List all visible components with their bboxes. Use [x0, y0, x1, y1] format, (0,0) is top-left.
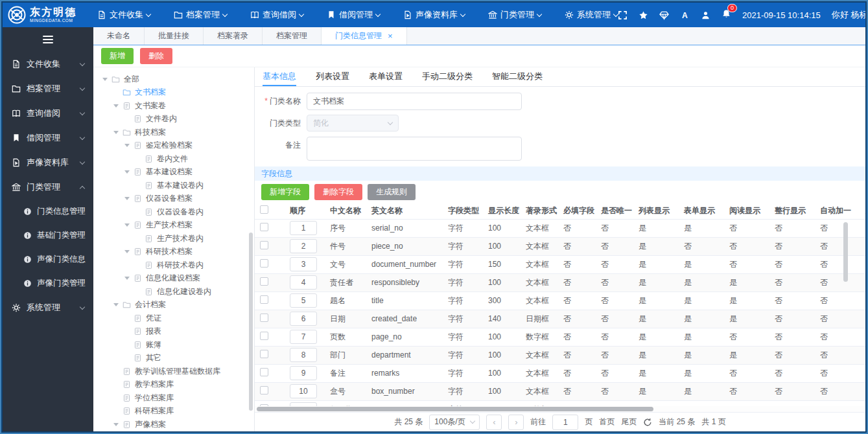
tree-node[interactable]: 会计档案 — [93, 299, 254, 312]
row-checkbox[interactable] — [260, 223, 268, 231]
font-size-icon[interactable]: A — [680, 10, 690, 20]
caret-down-icon[interactable] — [124, 223, 130, 227]
tree-node[interactable]: 学位档案库 — [93, 391, 254, 405]
caret-down-icon[interactable] — [102, 78, 108, 81]
add-button[interactable]: 新增 — [101, 48, 134, 64]
star-icon[interactable] — [639, 10, 648, 20]
tree-node[interactable]: 仪器设备档案 — [93, 192, 254, 206]
tree-node[interactable]: 生产技术卷内 — [93, 232, 254, 246]
row-checkbox[interactable] — [260, 368, 268, 376]
order-input[interactable] — [290, 293, 317, 308]
sidebar-item[interactable]: 声像资料库 — [3, 150, 93, 175]
tree-node[interactable]: 账簿 — [93, 338, 254, 352]
row-checkbox[interactable] — [260, 295, 268, 304]
category-name-input[interactable] — [307, 93, 522, 110]
tree-node[interactable]: 仪器设备卷内 — [93, 205, 254, 219]
caret-down-icon[interactable] — [113, 423, 119, 426]
order-input[interactable] — [290, 239, 317, 253]
workspace-tab[interactable]: 未命名 — [93, 27, 145, 45]
tree-node[interactable]: 信息化建设档案 — [93, 272, 254, 286]
tree-node[interactable]: 文件卷内 — [93, 113, 254, 126]
fullscreen-icon[interactable] — [618, 10, 628, 20]
tree-node[interactable]: 科研技术卷内 — [93, 258, 254, 272]
table-vertical-scrollbar[interactable] — [843, 222, 848, 282]
tree-scrollbar[interactable] — [249, 233, 253, 411]
sidebar-item[interactable]: 档案管理 — [3, 76, 93, 101]
topnav-item[interactable]: 系统管理 — [565, 9, 618, 21]
sidebar-item[interactable]: 借阅管理 — [3, 126, 93, 150]
delete-field-button[interactable]: 删除字段 — [314, 184, 362, 200]
workspace-tab[interactable]: 批量挂接 — [145, 27, 204, 45]
tree-node[interactable]: 声像卷内 — [93, 431, 254, 432]
tree-node[interactable]: 信息化建设卷内 — [93, 285, 254, 299]
tree-node[interactable]: 全部 — [93, 73, 254, 86]
select-all-checkbox[interactable] — [260, 205, 268, 214]
remark-textarea[interactable] — [307, 137, 522, 161]
caret-down-icon[interactable] — [124, 250, 130, 253]
row-checkbox[interactable] — [260, 314, 268, 322]
row-checkbox[interactable] — [260, 259, 268, 268]
category-type-select[interactable]: 简化 — [307, 115, 399, 131]
tree-node[interactable]: 文书案卷 — [93, 99, 254, 113]
order-input[interactable] — [290, 312, 317, 326]
tree-node[interactable]: 科研技术档案 — [93, 246, 254, 259]
sidebar-subitem[interactable]: 基础门类管理 — [3, 223, 93, 247]
detail-tab[interactable]: 智能二级分类 — [492, 67, 543, 86]
caret-down-icon[interactable] — [113, 303, 119, 306]
add-field-button[interactable]: 新增字段 — [261, 184, 309, 200]
topnav-item[interactable]: 声像资料库 — [403, 9, 465, 21]
delete-button[interactable]: 删除 — [140, 48, 172, 64]
tree-node[interactable]: 声像档案 — [93, 418, 254, 431]
goto-page-input[interactable] — [552, 415, 578, 430]
detail-tab[interactable]: 表单设置 — [369, 67, 403, 86]
topnav-item[interactable]: 门类管理 — [488, 9, 541, 21]
sidebar-item[interactable]: 查询借阅 — [3, 101, 93, 126]
tree-node[interactable]: 科技档案 — [93, 126, 254, 139]
sidebar-collapse-button[interactable] — [3, 27, 93, 52]
tree-node[interactable]: 教学训练管理基础数据库 — [93, 365, 254, 378]
tree-node[interactable]: 文书档案 — [93, 86, 254, 100]
notifications-bell[interactable]: 0 — [721, 9, 731, 21]
row-checkbox[interactable] — [260, 277, 268, 286]
detail-tab[interactable]: 手动二级分类 — [422, 67, 473, 86]
order-input[interactable] — [290, 348, 317, 362]
row-checkbox[interactable] — [260, 241, 268, 249]
caret-down-icon[interactable] — [113, 104, 119, 108]
order-input[interactable] — [290, 221, 317, 235]
caret-down-icon[interactable] — [124, 197, 130, 200]
caret-down-icon[interactable] — [124, 170, 130, 174]
row-checkbox[interactable] — [260, 350, 268, 358]
sidebar-item[interactable]: 系统管理 — [3, 295, 93, 320]
workspace-tab[interactable]: 门类信息管理× — [322, 27, 407, 45]
topnav-item[interactable]: 档案管理 — [174, 9, 227, 21]
order-input[interactable] — [290, 275, 317, 290]
gem-icon[interactable] — [659, 10, 669, 20]
tree-node[interactable]: 生产技术档案 — [93, 219, 254, 233]
page-size-select[interactable]: 100条/页 — [429, 415, 480, 430]
caret-down-icon[interactable] — [124, 277, 130, 280]
close-icon[interactable]: × — [388, 32, 393, 40]
tree-node[interactable]: 基本建设卷内 — [93, 179, 254, 192]
row-checkbox[interactable] — [260, 332, 268, 340]
tree-node[interactable]: 凭证 — [93, 312, 254, 325]
tree-node[interactable]: 基本建设档案 — [93, 166, 254, 179]
topnav-item[interactable]: 借阅管理 — [327, 9, 380, 21]
tree-node[interactable]: 报表 — [93, 325, 254, 339]
sidebar-item[interactable]: 门类管理 — [3, 175, 93, 200]
detail-tab[interactable]: 列表设置 — [316, 67, 349, 86]
sidebar-subitem[interactable]: 声像门类管理 — [3, 271, 93, 295]
topnav-item[interactable]: 查询借阅 — [250, 9, 303, 21]
refresh-icon[interactable] — [643, 418, 652, 427]
tree-node[interactable]: 科研档案库 — [93, 405, 254, 418]
caret-down-icon[interactable] — [113, 131, 119, 134]
prev-page-button[interactable]: ‹ — [486, 415, 502, 430]
last-page-link[interactable]: 尾页 — [621, 417, 637, 428]
generate-rule-button[interactable]: 生成规则 — [368, 184, 416, 200]
workspace-tab[interactable]: 档案著录 — [204, 27, 263, 45]
sidebar-item[interactable]: 文件收集 — [3, 52, 93, 76]
sidebar-subitem[interactable]: 声像门类信息 — [3, 247, 93, 271]
order-input[interactable] — [290, 384, 317, 398]
sidebar-subitem[interactable]: 门类信息管理 — [3, 200, 93, 223]
user-icon[interactable] — [701, 10, 710, 20]
tree-node[interactable]: 卷内文件 — [93, 152, 254, 166]
